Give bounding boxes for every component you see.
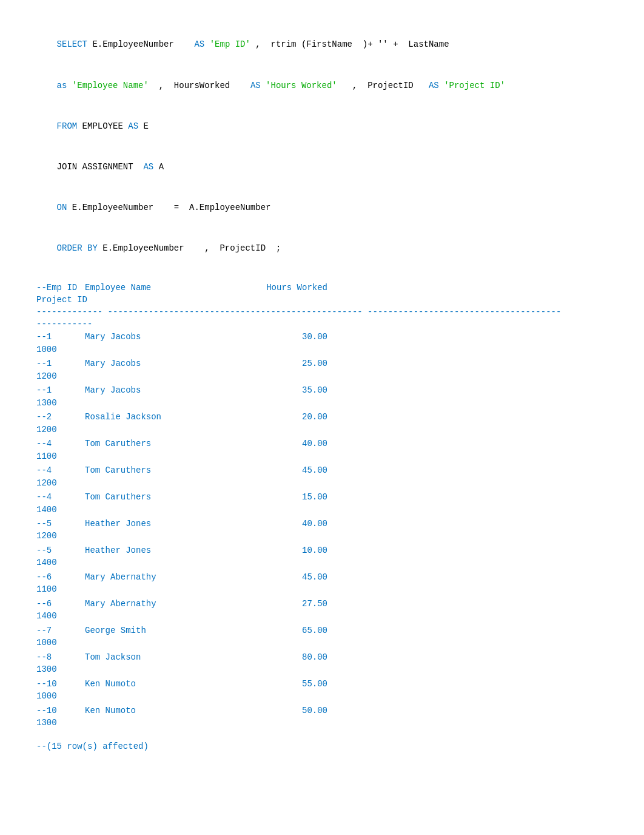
data-row-main: --5Heather Jones10.00: [36, 544, 608, 557]
cell-hours: 55.00: [255, 677, 327, 691]
cell-empid: --6: [36, 570, 85, 584]
cell-projectid: 1100: [36, 584, 608, 596]
sql-line-2: as 'Employee Name' , HoursWorked AS 'Hou…: [36, 65, 608, 106]
cell-hours: 50.00: [255, 704, 327, 717]
cell-name: Heather Jones: [85, 517, 255, 530]
sql-plain-8: A: [153, 162, 164, 172]
cell-hours: 30.00: [255, 330, 327, 343]
sql-block: SELECT E.EmployeeNumber AS 'Emp ID' , rt…: [36, 24, 608, 269]
keyword-from: FROM: [57, 121, 78, 131]
data-row-main: --10 Ken Numoto50.00: [36, 704, 608, 717]
cell-name: Mary Jacobs: [85, 330, 255, 343]
cell-projectid: 1400: [36, 557, 608, 569]
cell-name: Rosalie Jackson: [85, 410, 255, 424]
sql-line-1: SELECT E.EmployeeNumber AS 'Emp ID' , rt…: [36, 24, 608, 65]
table-row: --6Mary Abernathy45.001100: [36, 570, 608, 596]
table-row: --4Tom Caruthers45.001200: [36, 464, 608, 489]
header-hours: Hours Worked: [255, 281, 327, 294]
table-row: --1Mary Jacobs30.001000: [36, 330, 608, 356]
cell-hours: 20.00: [255, 410, 327, 424]
data-row-main: --8Tom Jackson80.00: [36, 651, 608, 664]
cell-hours: 40.00: [255, 517, 327, 530]
keyword-orderby: ORDER BY: [57, 243, 98, 253]
table-row: --10 Ken Numoto55.001000: [36, 677, 608, 703]
table-row: --8Tom Jackson80.001300: [36, 651, 608, 676]
cell-empid: --6: [36, 597, 85, 610]
cell-hours: 15.00: [255, 490, 327, 504]
table-row: --1Mary Jacobs35.001300: [36, 384, 608, 409]
column-headers-row1: --Emp ID Employee Name Hours Worked: [36, 281, 608, 294]
data-row-main: --4Tom Caruthers45.00: [36, 464, 608, 477]
table-row: --2Rosalie Jackson20.001200: [36, 410, 608, 436]
table-row: --5Heather Jones10.001400: [36, 544, 608, 569]
cell-name: Tom Jackson: [85, 651, 255, 664]
header-empid: --Emp ID: [36, 281, 85, 294]
sql-plain-7: JOIN ASSIGNMENT: [57, 162, 144, 172]
cell-empid: --5: [36, 517, 85, 530]
keyword-as-5: AS: [128, 121, 138, 131]
data-row-main: --6Mary Abernathy27.50: [36, 597, 608, 610]
cell-name: Tom Caruthers: [85, 464, 255, 477]
cell-empid: --1: [36, 384, 85, 397]
data-rows-container: --1Mary Jacobs30.001000--1Mary Jacobs25.…: [36, 330, 608, 729]
cell-projectid: 1200: [36, 530, 608, 543]
header-name: Employee Name: [85, 281, 255, 294]
cell-hours: 40.00: [255, 437, 327, 450]
str-hours: 'Hours Worked': [261, 81, 337, 90]
cell-name: George Smith: [85, 624, 255, 637]
sql-plain-9: E.EmployeeNumber = A.EmployeeNumber: [67, 203, 270, 212]
data-row-main: --5Heather Jones40.00: [36, 517, 608, 530]
cell-projectid: 1200: [36, 371, 608, 383]
data-row-main: --4Tom Caruthers40.00: [36, 437, 608, 450]
table-row: --6Mary Abernathy27.501400: [36, 597, 608, 623]
table-row: --5Heather Jones40.001200: [36, 517, 608, 543]
str-empname: 'Employee Name': [67, 81, 148, 90]
cell-empid: --4: [36, 437, 85, 450]
cell-projectid: 1300: [36, 717, 608, 729]
sql-line-3: FROM EMPLOYEE AS E: [36, 106, 608, 146]
keyword-as-6: AS: [143, 162, 153, 172]
cell-projectid: 1000: [36, 637, 608, 649]
affected-message: --(15 row(s) affected): [36, 742, 608, 751]
table-row: --1Mary Jacobs25.001200: [36, 357, 608, 382]
data-row-main: --1Mary Jacobs30.00: [36, 330, 608, 343]
cell-empid: --8: [36, 651, 85, 664]
cell-name: Mary Jacobs: [85, 357, 255, 370]
table-row: --7George Smith65.001000: [36, 624, 608, 649]
cell-hours: 10.00: [255, 544, 327, 557]
cell-projectid: 1000: [36, 691, 608, 703]
cell-hours: 27.50: [255, 597, 327, 610]
data-row-main: --4Tom Caruthers15.00: [36, 490, 608, 504]
sql-line-6: ORDER BY E.EmployeeNumber , ProjectID ;: [36, 228, 608, 269]
sql-plain-6: E: [138, 121, 149, 131]
cell-hours: 80.00: [255, 651, 327, 664]
cell-projectid: 1200: [36, 424, 608, 436]
data-row-main: --1Mary Jacobs35.00: [36, 384, 608, 397]
cell-empid: --4: [36, 490, 85, 504]
data-row-main: --2Rosalie Jackson20.00: [36, 410, 608, 424]
sql-plain-10: E.EmployeeNumber , ProjectID ;: [98, 243, 281, 253]
keyword-as-3: AS: [250, 81, 261, 90]
cell-name: Tom Caruthers: [85, 437, 255, 450]
sql-line-5: ON E.EmployeeNumber = A.EmployeeNumber: [36, 188, 608, 228]
data-row-main: --1Mary Jacobs25.00: [36, 357, 608, 370]
cell-name: Ken Numoto: [85, 704, 255, 717]
cell-name: Heather Jones: [85, 544, 255, 557]
cell-hours: 25.00: [255, 357, 327, 370]
cell-projectid: 1400: [36, 610, 608, 623]
cell-name: Mary Jacobs: [85, 384, 255, 397]
str-empid: 'Emp ID': [204, 39, 250, 49]
separator-line-1: ------------- --------------------------…: [36, 306, 608, 319]
keyword-as-2: as: [57, 81, 67, 90]
cell-empid: --10: [36, 677, 85, 691]
table-row: --4Tom Caruthers15.001400: [36, 490, 608, 516]
table-row: --10 Ken Numoto50.001300: [36, 704, 608, 729]
data-row-main: --7George Smith65.00: [36, 624, 608, 637]
cell-hours: 45.00: [255, 464, 327, 477]
results-block: --Emp ID Employee Name Hours Worked Proj…: [36, 281, 608, 751]
cell-hours: 35.00: [255, 384, 327, 397]
cell-empid: --1: [36, 330, 85, 343]
cell-empid: --2: [36, 410, 85, 424]
keyword-select: SELECT: [57, 39, 87, 49]
cell-name: Mary Abernathy: [85, 597, 255, 610]
